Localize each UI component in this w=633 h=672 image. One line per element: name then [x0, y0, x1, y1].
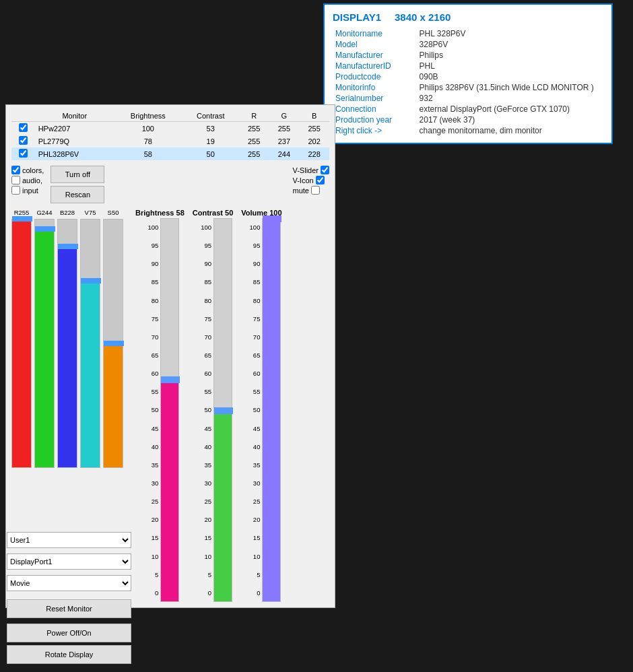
feature-checkboxes: colors, audio, input — [11, 166, 44, 195]
contrast-title: Contrast 50 — [193, 209, 234, 217]
vicon-checkbox-label[interactable]: V-Icon — [292, 176, 329, 184]
input-checkbox[interactable] — [11, 186, 20, 195]
volume-slider-bar[interactable] — [262, 218, 281, 602]
contrast-fill — [214, 409, 232, 601]
display-name: DISPLAY1 — [333, 11, 381, 23]
audio-label: audio, — [22, 176, 42, 184]
mute-checkbox[interactable] — [311, 186, 320, 195]
volume-slider-row: 1009590858075706560555045403530252015105… — [242, 218, 281, 602]
brightness-slider-bar[interactable] — [160, 218, 179, 602]
color-bar-fill-0 — [12, 218, 31, 467]
brightness-slider-container: Brightness 58 10095908580757065605550454… — [135, 209, 185, 602]
r-bar-label: R255 — [11, 209, 32, 216]
color-bars-row — [11, 219, 123, 468]
volume-tick-numbers: 1009590858075706560555045403530252015105… — [242, 218, 262, 602]
colors-checkbox-label[interactable]: colors, — [11, 166, 44, 174]
col-check — [11, 110, 36, 122]
v-bar-label: V75 — [80, 209, 100, 216]
action-buttons-col: Turn off Rescan — [51, 166, 104, 203]
monitor-info-popup: DISPLAY1 3840 x 2160 MonitornamePHL 328P… — [323, 3, 613, 144]
color-bar-fill-1 — [35, 228, 54, 467]
color-bar-fill-3 — [81, 280, 100, 467]
color-bar-knob-1[interactable] — [35, 226, 55, 232]
contrast-tick-numbers: 1009590858075706560555045403530252015105… — [193, 218, 213, 602]
vicon-checkbox[interactable] — [316, 176, 325, 184]
mute-label: mute — [292, 187, 308, 195]
monitor-row-checkbox[interactable] — [19, 149, 28, 158]
monitor-info-table: MonitornamePHL 328P6VModel328P6VManufact… — [333, 28, 603, 136]
bottom-controls: User1 User2 User3 DisplayPort1 DisplayPo… — [7, 532, 131, 667]
preset-select[interactable]: Movie Standard Game Photo — [7, 575, 131, 591]
contrast-slider-bar[interactable] — [213, 218, 232, 602]
vicon-label: V-Icon — [292, 176, 313, 184]
color-bar-3[interactable] — [80, 219, 100, 468]
col-brightness: Brightness — [114, 110, 182, 122]
vslider-checkbox-label[interactable]: V-Slider — [292, 166, 329, 174]
input-checkbox-label[interactable]: input — [11, 186, 44, 195]
brightness-title: Brightness 58 — [135, 209, 185, 217]
colors-label: colors, — [22, 166, 44, 174]
volume-slider-container: Volume 100 10095908580757065605550454035… — [241, 209, 281, 602]
input-label: input — [22, 187, 38, 195]
display-resolution: 3840 x 2160 — [395, 11, 451, 23]
color-bar-knob-3[interactable] — [81, 278, 101, 283]
color-bar-knob-0[interactable] — [12, 216, 32, 222]
col-r: R — [239, 110, 269, 122]
audio-checkbox-label[interactable]: audio, — [11, 176, 44, 184]
rotate-display-button[interactable]: Rotate Display — [7, 645, 131, 664]
power-off-on-button[interactable]: Power Off/On — [7, 624, 131, 642]
colors-checkbox[interactable] — [11, 166, 20, 174]
volume-knob[interactable] — [263, 215, 281, 222]
profile-select[interactable]: User1 User2 User3 — [7, 532, 131, 548]
col-contrast: Contrast — [182, 110, 239, 122]
contrast-slider-container: Contrast 50 1009590858075706560555045403… — [193, 209, 234, 602]
monitor-table-row[interactable]: HPw220710053255255255 — [11, 122, 329, 135]
vslider-checkbox[interactable] — [321, 166, 329, 174]
color-bar-0[interactable] — [11, 219, 32, 468]
reset-monitor-button[interactable]: Reset Monitor — [7, 599, 131, 618]
color-bar-knob-2[interactable] — [58, 244, 78, 249]
col-g: G — [269, 110, 300, 122]
b-bar-label: B228 — [57, 209, 77, 216]
col-b: B — [299, 110, 329, 122]
brightness-fill — [161, 378, 178, 601]
color-bar-knob-4[interactable] — [104, 341, 124, 346]
brightness-tick-numbers: 1009590858075706560555045403530252015105… — [140, 218, 160, 602]
monitor-row-checkbox[interactable] — [19, 136, 28, 145]
g-bar-label: G244 — [34, 209, 55, 216]
color-bar-labels: R255 G244 B228 V75 S50 — [11, 209, 123, 216]
monitor-table-row[interactable]: PHL328P6V5850255244228 — [11, 147, 329, 160]
audio-checkbox[interactable] — [11, 176, 20, 184]
selected-monitor-name-label: PHL328P6V — [11, 476, 123, 484]
color-bars-container: R255 G244 B228 V75 S50 PHL328P6V — [11, 209, 123, 484]
color-bar-1[interactable] — [34, 219, 55, 468]
volume-fill — [263, 217, 280, 601]
s-bar-label: S50 — [103, 209, 123, 216]
input-select[interactable]: DisplayPort1 DisplayPort2 HDMI1 HDMI2 — [7, 553, 131, 570]
contrast-knob[interactable] — [214, 407, 233, 414]
mute-checkbox-label[interactable]: mute — [292, 186, 329, 195]
color-bar-fill-4 — [104, 343, 123, 467]
brightness-slider-row: 1009590858075706560555045403530252015105… — [140, 218, 179, 602]
rescan-button[interactable]: Rescan — [51, 186, 104, 203]
color-bar-2[interactable] — [57, 219, 77, 468]
brightness-knob[interactable] — [161, 376, 180, 383]
monitor-table: Monitor Brightness Contrast R G B HPw220… — [11, 110, 329, 160]
contrast-slider-row: 1009590858075706560555045403530252015105… — [193, 218, 232, 602]
vslider-options: V-Slider V-Icon mute — [292, 166, 329, 195]
vslider-label: V-Slider — [292, 166, 319, 174]
monitor-row-checkbox[interactable] — [19, 123, 28, 132]
color-bar-4[interactable] — [103, 219, 123, 468]
monitor-table-row[interactable]: PL2779Q7819255237202 — [11, 135, 329, 147]
turn-off-button[interactable]: Turn off — [51, 166, 104, 183]
controls-row: colors, audio, input Turn off Rescan V-S… — [11, 166, 329, 203]
col-monitor: Monitor — [36, 110, 114, 122]
color-bar-fill-2 — [58, 246, 77, 467]
